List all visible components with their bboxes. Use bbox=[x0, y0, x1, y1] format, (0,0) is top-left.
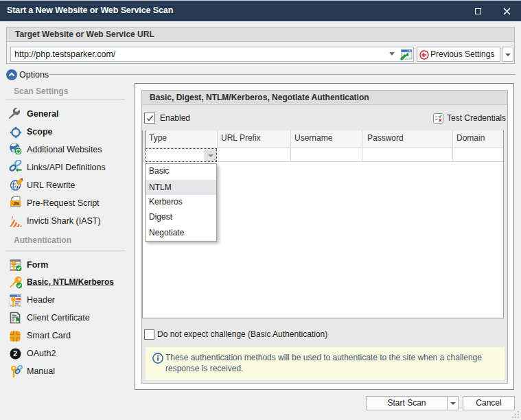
svg-text:JS: JS bbox=[13, 201, 19, 206]
svg-text:2: 2 bbox=[13, 349, 17, 358]
